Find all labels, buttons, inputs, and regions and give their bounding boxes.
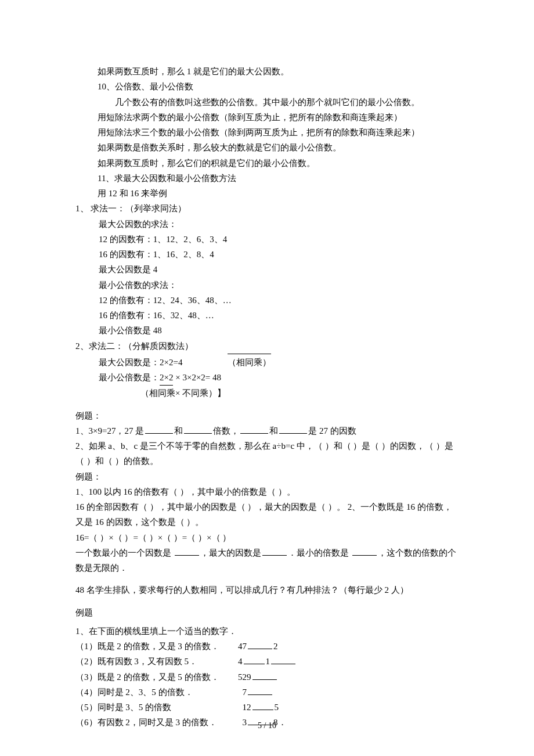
text-line: 最大公因数的求法： xyxy=(75,217,459,232)
question-line: 16 的全部因数有（ ），其中最小的因数是（ ），最大的因数是（ ）。 2、一个… xyxy=(75,499,459,530)
text-span: ，最大的因数是 xyxy=(200,548,261,557)
text-line: 最小公倍数是：2×2 × 3×2×2= 48 xyxy=(75,370,459,386)
text-span: 1 xyxy=(266,657,270,666)
fill-label: （3）既是 2 的倍数，又是 5 的倍数． xyxy=(75,669,238,685)
fill-label: （5）同时是 3、5 的倍数 xyxy=(75,700,238,715)
text-line: 12 的因数有：1、12、2、6、3、4 xyxy=(75,232,459,247)
text-line: 16 的因数有：1、16、2、8、4 xyxy=(75,247,459,262)
blank-field[interactable] xyxy=(279,424,307,434)
text-span: 最小公倍数是： xyxy=(99,373,160,382)
text-span: 是 27 的因数 xyxy=(308,426,356,435)
text-span: 最大公因数是：2×2=4 xyxy=(99,358,182,367)
text-span: 529 xyxy=(238,672,251,682)
blank-field[interactable] xyxy=(262,546,287,556)
text-line: 16 的倍数有：16、32、48、… xyxy=(75,308,459,323)
fill-label: （1）既是 2 的倍数，又是 3 的倍数． xyxy=(75,639,238,654)
text-line: 12 的倍数有：12、24、36、48、… xyxy=(75,293,459,308)
blank-field[interactable] xyxy=(244,655,265,664)
text-line: 用短除法求三个数的最小公倍数（除到两两互质为止，把所有的除数和商连乘起来） xyxy=(75,125,459,140)
document-page: 如果两数互质时，那么 1 就是它们的最大公因数。 10、公倍数、最小公倍数 几个… xyxy=(0,0,534,756)
blank-field[interactable] xyxy=(252,671,277,680)
text-span: 和 xyxy=(174,426,183,435)
blank-field[interactable] xyxy=(248,640,272,649)
text-line: 用 12 和 16 来举例 xyxy=(75,186,459,201)
question-line: 一个数最小的一个因数是 ，最大的因数是．最小的倍数是 ，这个数的倍数的个数是无限… xyxy=(75,545,459,576)
fill-label: （2）既有因数 3，又有因数 5． xyxy=(75,654,238,669)
text-line: 2、求法二：（分解质因数法） xyxy=(75,339,459,354)
fill-value: 41 xyxy=(238,654,297,669)
text-span-overline: （相同乘） xyxy=(228,354,271,370)
text-line: 最小公倍数是 48 xyxy=(75,323,459,338)
fill-row: （2）既有因数 3，又有因数 5． 41 xyxy=(75,654,459,669)
question-line: 2、如果 a、b、c 是三个不等于零的自然数，那么在 a÷b=c 中，（ ）和（… xyxy=(75,438,459,469)
fill-value: 7 xyxy=(238,685,273,700)
text-span: 1、3×9=27，27 是 xyxy=(75,426,144,435)
text-line: 几个数公有的倍数叫这些数的公倍数。其中最小的那个就叫它们的最小公倍数。 xyxy=(75,95,459,110)
blank-field[interactable] xyxy=(352,546,377,556)
text-span: 和 xyxy=(269,426,278,435)
example-heading: 例题 xyxy=(75,605,459,620)
text-line: （相同乘× 不同乘）】 xyxy=(75,386,459,401)
text-span: 2 xyxy=(273,642,278,651)
question-line: 1、3×9=27，27 是和倍数，和是 27 的因数 xyxy=(75,423,459,438)
text-span: 一个数最小的一个因数是 xyxy=(75,548,174,557)
blank-field[interactable] xyxy=(240,424,268,434)
fill-label: （4）同时是 2、3、5 的倍数． xyxy=(75,685,238,700)
fill-value: 472 xyxy=(238,639,278,654)
text-line: 如果两数互质时，那么 1 就是它们的最大公因数。 xyxy=(75,64,459,79)
question-line: 1、在下面的横线里填上一个适当的数字． xyxy=(75,624,459,639)
text-line: 1、 求法一：（列举求同法） xyxy=(75,201,459,216)
fill-row: （1）既是 2 的倍数，又是 3 的倍数． 472 xyxy=(75,639,459,654)
text-span-underline: 2×2 xyxy=(160,370,173,386)
blank-field[interactable] xyxy=(184,424,212,434)
text-line: 11、求最大公因数和最小公倍数方法 xyxy=(75,171,459,186)
blank-field[interactable] xyxy=(271,655,295,664)
blank-field[interactable] xyxy=(175,546,199,556)
example-heading: 例题： xyxy=(75,469,459,484)
example-heading: 例题： xyxy=(75,408,459,423)
text-line: 10、公倍数、最小公倍数 xyxy=(75,79,459,94)
fill-value: 529 xyxy=(238,669,278,685)
blank-field[interactable] xyxy=(145,424,173,434)
text-span: 4 xyxy=(238,657,243,666)
text-line: 用短除法求两个数的最小公倍数（除到互质为止，把所有的除数和商连乘起来） xyxy=(75,110,459,125)
text-line: 最小公倍数的求法： xyxy=(75,278,459,293)
text-span: 12 xyxy=(243,703,251,712)
text-span: 5 xyxy=(275,703,279,712)
blank-field[interactable] xyxy=(248,686,272,695)
text-span: 47 xyxy=(238,642,247,651)
fill-row: （3）既是 2 的倍数，又是 5 的倍数． 529 xyxy=(75,669,459,685)
fill-row: （5）同时是 3、5 的倍数 125 xyxy=(75,700,459,715)
blank-field[interactable] xyxy=(252,701,273,710)
text-span: 倍数， xyxy=(213,426,239,435)
text-line: 如果两数互质时，那么它们的积就是它们的最小公倍数。 xyxy=(75,156,459,171)
text-span: ．最小的倍数是 xyxy=(288,548,351,557)
question-line: 1、100 以内 16 的倍数有（ ），其中最小的倍数是（ ）。 xyxy=(75,484,459,499)
question-line: 16=（ ）×（ ）=（ ）×（ ）=（ ）×（ ） xyxy=(75,530,459,545)
fill-row: （4）同时是 2、3、5 的倍数． 7 xyxy=(75,685,459,700)
question-line: 48 名学生排队，要求每行的人数相同，可以排成几行？有几种排法？（每行最少 2 … xyxy=(75,582,459,597)
text-span: × 3×2×2= 48 xyxy=(173,373,221,382)
text-span: 7 xyxy=(243,687,247,697)
text-line: 最大公因数是 4 xyxy=(75,262,459,277)
page-number: 5 / 10 xyxy=(0,719,534,733)
text-line: 最大公因数是：2×2=4 （相同乘） xyxy=(75,354,459,370)
fill-value: 125 xyxy=(238,700,279,715)
text-line: 如果两数是倍数关系时，那么较大的数就是它们的最小公倍数。 xyxy=(75,140,459,155)
